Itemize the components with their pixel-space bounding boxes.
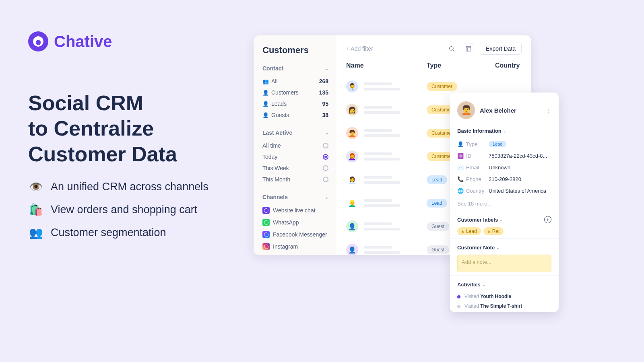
export-button[interactable]: Export Data [480,43,522,55]
brand-name: Chative [54,33,112,51]
chevron-down-icon: ⌄ [325,195,328,200]
column-header-name: Name [346,62,427,69]
filter-all-time[interactable]: All time [262,140,328,151]
channel-zalo-oa[interactable]: Zalo OA [262,253,328,255]
section-activities[interactable]: Activities ⌄ [457,282,551,288]
search-icon[interactable] [446,43,457,54]
section-basic-info[interactable]: Basic Information ⌄ [457,128,551,134]
layout-toggle-icon[interactable] [463,43,474,54]
radio-icon[interactable] [323,165,328,171]
sidebar-section-header[interactable]: Channels ⌄ [262,194,328,200]
feature-icon: 👁️ [29,180,42,193]
sidebar-item-all[interactable]: 👥All 268 [262,76,328,87]
feature-icon: 👥 [29,226,42,239]
feature-item: 👁️ An unified CRM across channels [29,180,208,193]
headline-line: Customer Data [28,142,177,167]
feature-text: View orders and shopping cart [51,204,197,216]
info-value: 210-209-2820 [489,176,551,182]
sidebar-section-header[interactable]: Last Active ⌄ [262,130,328,136]
type-badge: Lead [427,175,447,184]
feature-list: 👁️ An unified CRM across channels🛍️ View… [29,180,208,239]
chevron-down-icon: ⌄ [496,246,500,250]
headline-line: to Centralize [28,116,177,141]
person-icon: 👤 [262,90,268,96]
info-icon: 🌐 [457,188,464,194]
radio-icon[interactable] [323,177,328,182]
sidebar-section-title: Channels [262,194,288,200]
sidebar-section-last-active: Last Active ⌄ All time Today This Week T… [262,130,328,185]
filter-today[interactable]: Today [262,151,328,162]
feature-text: An unified CRM across channels [51,181,208,193]
channel-icon [262,207,270,214]
info-row-email: ✉️Email Unknown [457,162,551,173]
sidebar-item-leads[interactable]: 👤Leads 95 [262,98,328,109]
add-label-icon[interactable]: + [544,216,551,223]
svg-rect-2 [466,46,471,51]
more-menu-icon[interactable]: ⋮ [546,107,551,113]
sidebar-section-header[interactable]: Contact ⌄ [262,65,328,72]
label-tag[interactable]: Lead [457,227,481,235]
activity-dot-icon [457,305,460,308]
add-filter-button[interactable]: + Add filter [346,45,373,52]
headline-line: Social CRM [28,90,177,116]
filter-this-month[interactable]: This Month [262,174,328,185]
info-value: Lead [489,141,551,147]
channel-icon [262,231,270,238]
chevron-down-icon: ⌄ [500,218,503,222]
person-icon: 👥 [262,78,268,84]
type-badge: Guest [427,245,449,254]
sidebar-section-channels: Channels ⌄ Website live chatWhatsAppFace… [262,194,328,255]
activity-item: Visited The Simple T-shirt [457,301,551,311]
svg-line-1 [453,50,454,51]
channel-facebook-messenger[interactable]: Facebook Messenger [262,228,328,241]
avatar: 👨‍💼 [346,80,358,93]
feature-text: Customer segmentation [51,226,166,239]
info-icon: 🆔 [457,153,464,159]
chevron-down-icon: ⌄ [325,130,328,136]
sidebar-section-contact: Contact ⌄ 👥All 268👤Customers 135👤Leads 9… [262,65,328,121]
customer-name: Alex Belcher [480,107,541,114]
info-row-country: 🌐Country United States of America [457,185,551,197]
channel-instagram[interactable]: Instagram [262,241,328,253]
brand-logo-icon [28,31,48,51]
avatar: 👩 [346,104,358,116]
info-row-id: 🆔ID 7503827a-22cd-43cd-8... [457,150,551,162]
chevron-down-icon: ⌄ [325,66,328,71]
info-icon: ✉️ [457,165,464,171]
sidebar-title: Customers [262,45,328,56]
customer-detail-panel: 🧑‍🦱 Alex Belcher ⋮ Basic Information ⌄ 👤… [450,93,559,312]
channel-whatsapp[interactable]: WhatsApp [262,216,328,228]
chevron-down-icon: ⌄ [482,283,485,287]
filter-this-week[interactable]: This Week [262,162,328,174]
count-badge: 135 [319,89,328,96]
sidebar-item-customers[interactable]: 👤Customers 135 [262,87,328,98]
column-header-type: Type [427,62,495,69]
radio-icon[interactable] [323,154,328,160]
label-tag[interactable]: Ret [483,227,504,235]
svg-point-0 [450,47,453,50]
avatar: 🧑‍🦱 [346,127,358,139]
see-more-link[interactable]: See 18 more... [457,201,551,207]
type-badge: Lead [489,141,506,147]
person-icon: 👤 [262,101,268,107]
count-badge: 95 [322,101,328,107]
section-note[interactable]: Customer Note ⌄ [457,245,551,251]
type-badge: Customer [427,82,457,91]
sidebar-section-title: Last Active [262,130,292,136]
channel-website-live-chat[interactable]: Website live chat [262,204,328,216]
feature-item: 👥 Customer segmentation [29,226,208,239]
section-labels[interactable]: Customer labels ⌄ + [457,216,551,223]
avatar: 👱‍♂️ [346,197,358,209]
sidebar-item-guests[interactable]: 👤Guests 38 [262,109,328,121]
brand-logo-block: Chative [28,31,112,51]
radio-icon[interactable] [323,143,328,148]
feature-item: 🛍️ View orders and shopping cart [29,203,208,216]
note-input[interactable]: Add a note... [457,255,551,272]
sidebar: Customers Contact ⌄ 👥All 268👤Customers 1… [254,35,336,255]
count-badge: 268 [319,78,328,84]
avatar: 👤 [346,220,358,232]
info-icon: 👤 [457,141,464,147]
info-row-type: 👤Type Lead [457,138,551,150]
headline: Social CRM to Centralize Customer Data [28,90,177,167]
table-header: Name Type Country [346,62,522,69]
